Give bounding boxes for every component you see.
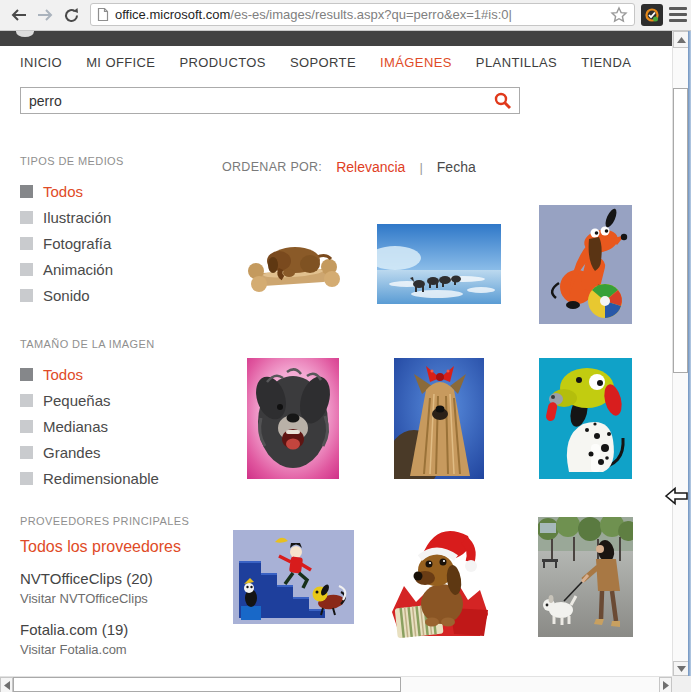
hamburger-icon	[669, 7, 687, 10]
filter-label: Ilustración	[43, 209, 111, 226]
provider-item: Fotalia.com (19) Visitar Fotalia.com	[20, 621, 215, 657]
triangle-right-icon	[663, 681, 669, 690]
filter-size-pequenas[interactable]: Pequeñas	[20, 387, 215, 413]
result-image-woman-walking-dog[interactable]	[538, 517, 633, 637]
scroll-right-button[interactable]	[659, 677, 672, 692]
checkbox-icon	[20, 446, 33, 459]
checkbox-icon	[20, 211, 33, 224]
all-providers-link[interactable]: Todos los proveedores	[20, 538, 215, 556]
filter-media-ilustracion[interactable]: Ilustración	[20, 204, 215, 230]
page-icon	[97, 7, 109, 22]
address-bar[interactable]: office.microsoft.com/es-es/images/result…	[90, 3, 635, 26]
section-title-media-types: TIPOS DE MEDIOS	[20, 155, 215, 167]
filter-label: Fotografía	[43, 235, 111, 252]
checkbox-icon	[20, 420, 33, 433]
sort-label: ORDENAR POR:	[222, 160, 322, 174]
provider-nvtofficeclips-link[interactable]: NVTOfficeClips (20)	[20, 570, 215, 587]
result-cell	[366, 190, 512, 338]
nav-soporte[interactable]: SOPORTE	[290, 55, 356, 70]
url-domain: office.microsoft.com	[115, 7, 230, 22]
filter-label: Todos	[43, 366, 83, 383]
checkbox-icon	[20, 368, 33, 381]
sort-relevancia-link[interactable]: Relevancia	[336, 159, 405, 175]
browser-extension-button[interactable]	[641, 4, 663, 26]
checkbox-icon	[20, 472, 33, 485]
back-button[interactable]	[6, 2, 32, 28]
filter-label: Animación	[43, 261, 113, 278]
forward-arrow-icon	[36, 7, 54, 23]
result-cell	[220, 498, 366, 656]
result-image-cartoon-dog-teal[interactable]	[539, 358, 632, 479]
result-image-shaggy-dog-pink[interactable]	[247, 358, 339, 479]
filter-label: Todos	[43, 183, 83, 200]
checkbox-icon	[20, 185, 33, 198]
section-title-providers: PROVEEDORES PRINCIPALES	[20, 515, 215, 527]
nav-mi-office[interactable]: MI OFFICE	[86, 55, 155, 70]
nav-imagenes[interactable]: IMÁGENES	[380, 55, 452, 70]
filter-size-todos[interactable]: Todos	[20, 361, 215, 387]
result-cell	[366, 338, 512, 498]
result-image-dachshund-bone[interactable]	[243, 231, 343, 297]
scroll-up-button[interactable]	[673, 31, 689, 48]
back-arrow-icon	[10, 7, 28, 23]
horizontal-scrollbar[interactable]	[0, 676, 672, 692]
beach-ball-illustration	[588, 283, 622, 317]
visit-fotalia-link[interactable]: Visitar Fotalia.com	[20, 642, 215, 657]
result-cell	[512, 190, 658, 338]
triangle-left-icon	[4, 681, 10, 690]
result-cell	[220, 190, 366, 338]
filter-size-grandes[interactable]: Grandes	[20, 439, 215, 465]
checkbox-icon	[20, 237, 33, 250]
result-cell	[512, 498, 658, 656]
checkbox-icon	[20, 263, 33, 276]
search-input[interactable]	[21, 93, 487, 109]
nav-tienda[interactable]: TIENDA	[581, 55, 631, 70]
bookmark-star-icon[interactable]	[610, 6, 628, 24]
url-text[interactable]: office.microsoft.com/es-es/images/result…	[115, 7, 610, 22]
nav-productos[interactable]: PRODUCTOS	[179, 55, 265, 70]
scroll-down-button[interactable]	[673, 661, 689, 676]
image-results-grid	[220, 190, 658, 656]
result-image-stairs-cartoon[interactable]	[233, 530, 354, 624]
reload-button[interactable]	[58, 2, 84, 28]
site-header-strip	[0, 31, 672, 46]
section-title-image-size: TAMAÑO DE LA IMAGEN	[20, 338, 215, 350]
visit-nvtofficeclips-link[interactable]: Visitar NVTOfficeClips	[20, 591, 215, 606]
scroll-left-button[interactable]	[0, 677, 13, 692]
filter-sidebar: TIPOS DE MEDIOS Todos Ilustración Fotogr…	[20, 155, 215, 672]
browser-toolbar: office.microsoft.com/es-es/images/result…	[0, 0, 691, 31]
filter-media-animacion[interactable]: Animación	[20, 256, 215, 282]
filter-media-fotografia[interactable]: Fotografía	[20, 230, 215, 256]
filter-label: Sonido	[43, 287, 90, 304]
vertical-scroll-thumb[interactable]	[673, 88, 688, 373]
sort-fecha-link[interactable]: Fecha	[437, 159, 476, 175]
forward-button[interactable]	[32, 2, 58, 28]
filter-size-redimensionable[interactable]: Redimensionable	[20, 465, 215, 491]
filter-label: Redimensionable	[43, 470, 159, 487]
filter-media-sonido[interactable]: Sonido	[20, 282, 215, 308]
triangle-down-icon	[677, 666, 686, 672]
nav-inicio[interactable]: INICIO	[20, 55, 62, 70]
image-search-box	[20, 87, 520, 114]
result-cell	[366, 498, 512, 656]
scrollbar-corner	[672, 676, 691, 692]
site-navigation: INICIO MI OFFICE PRODUCTOS SOPORTE IMÁGE…	[20, 55, 631, 70]
filter-size-medianas[interactable]: Medianas	[20, 413, 215, 439]
browser-menu-button[interactable]	[669, 7, 687, 23]
browser-window: office.microsoft.com/es-es/images/result…	[0, 0, 691, 692]
sort-separator: |	[419, 160, 422, 175]
horizontal-scroll-thumb[interactable]	[13, 677, 401, 692]
result-image-cartoon-dog-ball[interactable]	[539, 205, 632, 324]
filter-media-todos[interactable]: Todos	[20, 178, 215, 204]
result-image-yorkie-red-bow[interactable]	[394, 358, 484, 479]
extension-badge-icon	[644, 7, 660, 23]
result-image-sled-dogs-snow[interactable]	[377, 224, 501, 304]
filter-label: Pequeñas	[43, 392, 111, 409]
result-cell	[220, 338, 366, 498]
vertical-scrollbar[interactable]	[672, 31, 688, 676]
nav-plantillas[interactable]: PLANTILLAS	[476, 55, 557, 70]
provider-fotalia-link[interactable]: Fotalia.com (19)	[20, 621, 215, 638]
triangle-up-icon	[677, 37, 686, 43]
result-image-santa-dachshund[interactable]	[384, 514, 494, 641]
search-button[interactable]	[487, 88, 519, 113]
